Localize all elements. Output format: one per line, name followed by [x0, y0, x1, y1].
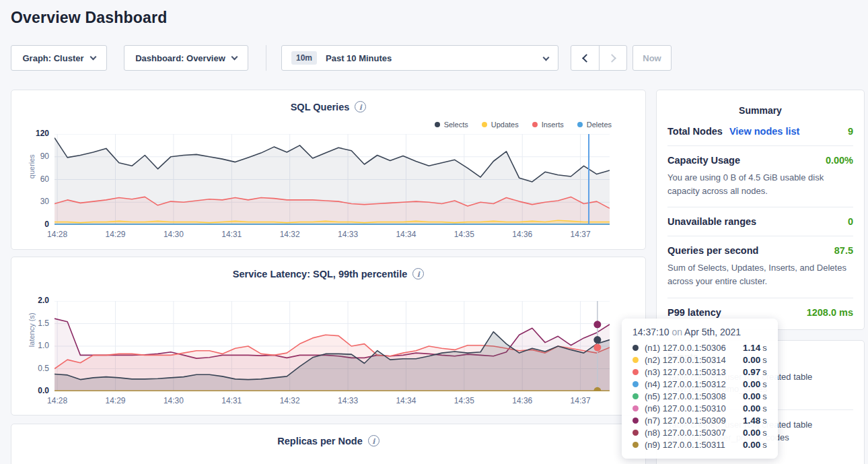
selects-dot-icon [435, 122, 440, 127]
overview-dashboard-page: Overview Dashboard Graph: Cluster Dashbo… [0, 0, 868, 464]
tooltip-node-row: (n1) 127.0.0.1:503061.14s [632, 341, 768, 354]
toolbar-divider [266, 45, 266, 71]
node-latency-value: 0.00 [743, 379, 760, 389]
node-address: (n7) 127.0.0.1:50309 [645, 416, 743, 426]
service-latency-card: Service Latency: SQL, 99th percentile i … [11, 257, 646, 416]
x-axis-tick: 14:35 [445, 230, 483, 239]
node-dot-icon [632, 393, 639, 399]
sql-queries-card: SQL Queries i Selects Updates Inserts De… [11, 90, 646, 250]
deletes-dot-icon [577, 122, 583, 127]
y-axis-tick: 60 [18, 174, 49, 184]
x-axis-tick: 14:30 [155, 396, 192, 405]
x-axis-tick: 14:37 [562, 396, 600, 405]
latency-unit: s [762, 428, 767, 438]
summary-row-total-nodes: Total Nodes View nodes list 9 [667, 117, 853, 146]
x-axis-tick: 14:28 [38, 396, 76, 405]
node-dot-icon [632, 357, 639, 363]
qps-label: Queries per second [667, 245, 758, 256]
node-latency-value: 1.48 [743, 416, 760, 426]
page-title: Overview Dashboard [11, 9, 167, 27]
p99-latency-value: 1208.0 ms [807, 307, 853, 318]
y-axis-tick: 1.0 [18, 341, 49, 350]
x-axis-tick: 14:32 [271, 396, 309, 405]
x-axis-tick: 14:34 [387, 230, 425, 239]
x-axis-tick: 14:28 [38, 230, 76, 239]
now-button[interactable]: Now [632, 45, 672, 71]
legend-item-deletes: Deletes [577, 121, 612, 129]
unavailable-ranges-value: 0 [848, 216, 853, 227]
next-time-button[interactable] [599, 46, 626, 70]
service-latency-plot[interactable] [55, 301, 610, 394]
tooltip-node-row: (n6) 127.0.0.1:503100.00s [632, 402, 768, 414]
tooltip-node-row: (n4) 127.0.0.1:503120.00s [632, 378, 768, 390]
node-address: (n1) 127.0.0.1:50306 [645, 343, 743, 353]
node-latency-value: 1.14 [743, 343, 760, 353]
node-address: (n8) 127.0.0.1:50307 [645, 428, 743, 438]
time-step-buttons [571, 45, 627, 71]
latency-unit: s [762, 367, 767, 377]
node-dot-icon [632, 345, 639, 351]
node-latency-value: 0.00 [743, 440, 760, 450]
tooltip-node-row: (n7) 127.0.0.1:503091.48s [632, 414, 768, 426]
node-dot-icon [632, 430, 639, 436]
latency-unit: s [762, 403, 767, 413]
node-latency-value: 0.00 [743, 403, 760, 413]
node-address: (n9) 127.0.0.1:50311 [645, 440, 743, 450]
info-icon[interactable]: i [368, 435, 379, 446]
latency-unit: s [762, 379, 767, 389]
sql-queries-title: SQL Queries [291, 102, 350, 112]
tooltip-node-row: (n8) 127.0.0.1:503070.00s [632, 426, 768, 438]
x-axis-tick: 14:36 [503, 230, 541, 239]
x-axis-tick: 14:31 [213, 396, 250, 405]
y-axis-tick: 0.5 [18, 364, 49, 373]
chevron-right-icon [608, 54, 616, 63]
graph-dropdown[interactable]: Graph: Cluster [11, 45, 107, 71]
info-icon[interactable]: i [412, 268, 424, 279]
summary-row-capacity: Capacity Usage 0.00% You are using 0 B o… [667, 146, 853, 207]
dashboard-dropdown-label: Dashboard: Overview [135, 53, 225, 63]
node-dot-icon [632, 418, 639, 424]
dashboard-dropdown[interactable]: Dashboard: Overview [124, 45, 248, 71]
node-address: (n3) 127.0.0.1:50313 [645, 367, 743, 377]
tooltip-node-row: (n5) 127.0.0.1:503080.00s [632, 390, 768, 402]
y-axis-tick: 2.0 [18, 296, 49, 305]
node-latency-value: 0.97 [743, 367, 760, 377]
x-axis-tick: 14:29 [97, 396, 135, 405]
tooltip-timestamp: 14:37:10 on Apr 5th, 2021 [632, 327, 768, 337]
tooltip-node-row: (n3) 127.0.0.1:503130.97s [632, 366, 768, 378]
node-latency-value: 0.00 [743, 391, 760, 401]
replicas-per-node-title: Replicas per Node [277, 436, 363, 446]
p99-latency-label: P99 latency [667, 307, 721, 318]
time-range-badge: 10m [291, 51, 317, 65]
prev-time-button[interactable] [571, 46, 599, 70]
node-latency-value: 0.00 [743, 355, 760, 365]
legend-item-inserts: Inserts [532, 121, 564, 129]
y-axis-tick: 120 [18, 129, 49, 138]
summary-row-unavailable: Unavailable ranges 0 [667, 207, 853, 236]
sql-queries-legend: Selects Updates Inserts Deletes [435, 121, 612, 129]
x-axis-tick: 14:30 [155, 230, 192, 239]
node-address: (n4) 127.0.0.1:50312 [645, 379, 743, 389]
view-nodes-list-link[interactable]: View nodes list [729, 126, 800, 137]
qps-desc: Sum of Selects, Updates, Inserts, and De… [667, 261, 853, 288]
info-icon[interactable]: i [355, 101, 366, 112]
tooltip-node-row: (n2) 127.0.0.1:503140.00s [632, 354, 768, 366]
chart-hover-tooltip: 14:37:10 on Apr 5th, 2021 (n1) 127.0.0.1… [622, 319, 778, 459]
legend-item-updates: Updates [482, 121, 519, 129]
node-address: (n6) 127.0.0.1:50310 [645, 403, 743, 413]
node-dot-icon [632, 405, 639, 411]
y-axis-tick: 90 [18, 152, 49, 161]
sql-queries-plot[interactable] [55, 134, 610, 228]
x-axis-tick: 14:31 [213, 230, 250, 239]
tooltip-node-row: (n9) 127.0.0.1:503110.00s [632, 438, 768, 451]
latency-unit: s [762, 355, 767, 365]
unavailable-ranges-label: Unavailable ranges [667, 216, 756, 227]
node-address: (n2) 127.0.0.1:50314 [645, 355, 743, 365]
service-latency-title: Service Latency: SQL, 99th percentile [233, 269, 408, 279]
latency-unit: s [762, 391, 767, 401]
x-axis-tick: 14:36 [503, 396, 541, 405]
time-range-selector[interactable]: 10m Past 10 Minutes [281, 45, 558, 71]
node-dot-icon [632, 442, 639, 448]
capacity-usage-value: 0.00% [826, 155, 853, 166]
node-address: (n5) 127.0.0.1:50308 [645, 391, 743, 401]
